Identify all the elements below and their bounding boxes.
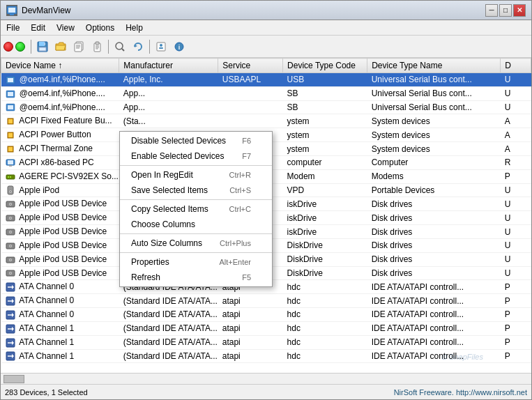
context-menu-item[interactable]: Open In RegEditCtrl+R [120,167,272,183]
context-menu-item-label: Properties [131,257,169,267]
menu-file[interactable]: File [1,20,25,35]
svg-marker-19 [135,45,137,47]
cell-d: P [501,308,531,322]
context-menu-item-label: Copy Selected Items [131,204,208,214]
cell-manufacturer: (Standard IDE ATA/ATA... [119,308,218,322]
cell-d: P [501,280,531,294]
col-header-device-type-name[interactable]: Device Type Name [367,59,501,73]
device-icon [6,89,15,99]
context-menu-separator [120,252,272,253]
device-icon [6,102,15,112]
svg-rect-1 [8,8,15,13]
cell-device-type-name: IDE ATA/ATAPI controll... [367,294,501,308]
cell-device-type-name: Portable Devices [367,183,501,197]
toolbar: i [1,36,531,58]
cell-device-type-name: IDE ATA/ATAPI controll... [367,308,501,322]
toolbar-save-btn[interactable] [34,38,51,55]
cell-device-type-code: ystem [283,128,367,142]
table-row[interactable]: ATA Channel 1 (Standard IDE ATA/ATA... a… [1,335,531,349]
svg-rect-32 [8,119,13,123]
window-controls: ─ □ ✕ [485,4,526,17]
cell-device-name: ACPI Fixed Feature Bu... [1,114,119,128]
cell-d: P [501,169,531,183]
col-header-device-name[interactable]: Device Name ↑ [1,59,119,73]
context-menu-item-shortcut: F7 [242,152,251,160]
menu-edit[interactable]: Edit [25,20,51,35]
col-header-service[interactable]: Service [218,59,283,73]
context-menu-item[interactable]: Auto Size ColumnsCtrl+Plus [120,236,272,251]
cell-device-type-code: ystem [283,114,367,128]
cell-device-name: @oem4.inf,%iPhone.... [1,73,119,87]
cell-device-name: ACPI Thermal Zone [1,142,119,156]
horizontal-scrollbar[interactable] [1,373,531,384]
svg-point-48 [10,203,11,205]
table-row[interactable]: ATA Channel 0 (Standard IDE ATA/ATA... a… [1,308,531,322]
cell-d: R [501,155,531,169]
cell-device-type-code: iskDrive [283,197,367,211]
cell-device-type-code: SB [283,86,367,100]
cell-manufacturer: App... [119,100,218,114]
device-icon [6,172,15,182]
cell-device-type-code: DiskDrive [283,266,367,280]
snapfiles-watermark: ⊙ SnapFiles [441,349,524,364]
cell-device-name: ACPI x86-based PC [1,155,119,169]
cell-device-type-name: IDE ATA/ATAPI controll... [367,280,501,294]
device-icon [6,351,15,361]
device-icon [6,241,15,251]
cell-device-type-name: Disk drives [367,252,501,266]
table-header-row: Device Name ↑ Manufacturer Service Devic… [1,59,531,73]
table-row[interactable]: ATA Channel 1 (Standard IDE ATA/ATA... a… [1,321,531,335]
table-row[interactable]: @oem4.inf,%iPhone.... App... SB Universa… [1,86,531,100]
context-menu-separator [120,165,272,166]
device-icon [6,213,15,223]
cell-d: P [501,335,531,349]
context-menu-item[interactable]: Enable Selected DevicesF7 [120,148,272,164]
cell-d: P [501,294,531,308]
menu-help[interactable]: Help [120,20,149,35]
table-row[interactable]: ATA Channel 0 (Standard IDE ATA/ATA... a… [1,294,531,308]
toolbar-info-btn[interactable]: i [171,38,188,55]
toolbar-properties-btn[interactable] [153,38,169,55]
cell-service: atapi [218,308,283,322]
table-row[interactable]: @oem4.inf,%iPhone.... Apple, Inc. USBAAP… [1,73,531,87]
cell-device-type-code: ystem [283,142,367,156]
table-row[interactable]: ACPI Fixed Feature Bu... (Sta... ystem S… [1,114,531,128]
device-icon [6,199,15,209]
svg-point-21 [160,44,162,47]
window-title: DevManView [22,6,485,15]
minimize-button[interactable]: ─ [485,4,498,17]
toolbar-copy-btn[interactable] [70,38,87,55]
cell-device-name: Apple iPod USB Device [1,266,119,280]
toolbar-search-btn[interactable] [112,38,128,55]
svg-point-63 [10,273,11,275]
context-menu-item[interactable]: Copy Selected ItemsCtrl+C [120,201,272,217]
context-menu-item[interactable]: PropertiesAlt+Enter [120,254,272,270]
context-menu-item[interactable]: Disable Selected DevicesF6 [120,133,272,148]
app-icon [6,5,17,16]
content-area: Device Name ↑ Manufacturer Service Devic… [1,58,531,384]
cell-device-type-name: System devices [367,114,501,128]
device-icon [6,310,15,320]
menu-options[interactable]: Options [80,20,120,35]
cell-service: atapi [218,294,283,308]
toolbar-open-btn[interactable] [52,38,69,55]
cell-service: atapi [218,349,283,363]
context-menu-item[interactable]: Choose Columns [120,217,272,232]
main-window: DevManView ─ □ ✕ File Edit View Options … [0,0,532,400]
toolbar-paste-btn[interactable] [89,38,105,55]
col-header-device-type-code[interactable]: Device Type Code [283,59,367,73]
toolbar-refresh-btn[interactable] [130,38,146,55]
cell-device-type-code: DiskDrive [283,252,367,266]
context-menu-item[interactable]: RefreshF5 [120,270,272,285]
table-row[interactable]: @oem4.inf,%iPhone.... App... SB Universa… [1,100,531,114]
close-button[interactable]: ✕ [513,4,526,17]
device-icon [6,268,15,278]
toolbar-separator-3 [149,40,150,54]
col-header-manufacturer[interactable]: Manufacturer [119,59,218,73]
context-menu-item[interactable]: Save Selected ItemsCtrl+S [120,183,272,198]
menu-view[interactable]: View [51,20,80,35]
maximize-button[interactable]: □ [499,4,512,17]
cell-manufacturer: App... [119,86,218,100]
cell-device-type-name: Disk drives [367,266,501,280]
col-header-d[interactable]: D [501,59,531,73]
